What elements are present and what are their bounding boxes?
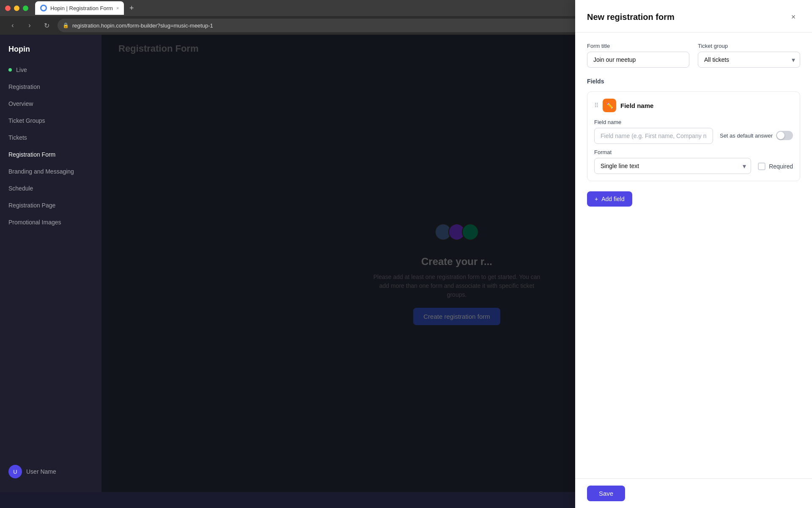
- required-label: Required: [769, 163, 793, 170]
- field-name-input[interactable]: [594, 128, 713, 144]
- sidebar-item-registration-form[interactable]: Registration Form: [0, 147, 102, 162]
- field-name-group: Field name: [594, 119, 713, 144]
- url-text: registration.hopin.com/form-builder?slug…: [72, 22, 213, 29]
- modal-body: Form title Ticket group All tickets VIP …: [575, 33, 812, 478]
- default-answer-toggle[interactable]: [776, 131, 793, 140]
- tab-bar: Hopin | Registration Form × +: [32, 0, 141, 16]
- traffic-lights: [5, 6, 28, 11]
- toggle-thumb: [777, 132, 785, 139]
- sidebar-item-schedule[interactable]: Schedule: [0, 181, 102, 196]
- close-icon: ×: [791, 13, 796, 22]
- sidebar-schedule-label: Schedule: [8, 185, 33, 192]
- form-title-label: Form title: [587, 43, 689, 49]
- toggle-label: Set as default answer: [720, 133, 773, 139]
- drag-handle-icon[interactable]: ⠿: [594, 102, 598, 109]
- modal-close-button[interactable]: ×: [787, 10, 800, 24]
- modal-panel: New registration form × Form title Ticke…: [575, 0, 812, 508]
- svg-point-0: [41, 6, 46, 10]
- sidebar-registration-label: Registration: [8, 83, 40, 90]
- forward-button[interactable]: ›: [24, 19, 36, 31]
- sidebar-reg-form-label: Registration Form: [8, 151, 55, 158]
- main-area: Hopin Live Registration Overview Ticket …: [0, 35, 812, 492]
- add-field-label: Add field: [601, 196, 624, 202]
- sidebar-item-ticket-groups[interactable]: Ticket Groups: [0, 113, 102, 128]
- active-tab[interactable]: Hopin | Registration Form ×: [35, 1, 124, 15]
- sidebar-live-label: Live: [16, 66, 27, 73]
- modal-title: New registration form: [587, 12, 675, 22]
- save-button[interactable]: Save: [587, 486, 625, 501]
- ticket-group-label: Ticket group: [698, 43, 800, 49]
- sidebar-item-branding[interactable]: Branding and Messaging: [0, 164, 102, 179]
- new-tab-button[interactable]: +: [126, 2, 137, 14]
- format-label: Format: [594, 149, 751, 155]
- form-title-input[interactable]: [587, 52, 689, 68]
- sidebar-ticket-groups-label: Ticket Groups: [8, 117, 45, 124]
- back-button[interactable]: ‹: [7, 19, 19, 31]
- maximize-window-button[interactable]: [23, 6, 28, 11]
- form-title-group: Form title: [587, 43, 689, 68]
- format-row: Format Single line text Multi-line text …: [594, 149, 793, 174]
- format-group: Format Single line text Multi-line text …: [594, 149, 751, 174]
- tab-close-button[interactable]: ×: [116, 6, 119, 11]
- refresh-button[interactable]: ↻: [41, 19, 52, 31]
- form-top-row: Form title Ticket group All tickets VIP …: [587, 43, 800, 68]
- format-select[interactable]: Single line text Multi-line text Number …: [594, 158, 751, 174]
- ticket-group-select[interactable]: All tickets VIP General Admission Studen…: [698, 52, 800, 68]
- sidebar: Hopin Live Registration Overview Ticket …: [0, 35, 102, 492]
- required-group: Required: [758, 153, 793, 170]
- minimize-window-button[interactable]: [14, 6, 19, 11]
- modal-footer: Save: [575, 478, 812, 508]
- plus-icon: +: [595, 196, 598, 202]
- field-toggle-group: Set as default answer: [720, 121, 793, 140]
- user-name: User Name: [26, 468, 56, 475]
- ticket-group-select-wrapper: All tickets VIP General Admission Studen…: [698, 52, 800, 68]
- sidebar-item-tickets[interactable]: Tickets: [0, 130, 102, 145]
- ticket-group-form-group: Ticket group All tickets VIP General Adm…: [698, 43, 800, 68]
- tab-favicon: [40, 5, 47, 11]
- sidebar-item-overview[interactable]: Overview: [0, 96, 102, 111]
- sidebar-logo: Hopin: [0, 41, 102, 61]
- lock-icon: 🔒: [63, 22, 69, 28]
- sidebar-item-live: Live: [0, 62, 102, 77]
- sidebar-reg-page-label: Registration Page: [8, 202, 55, 209]
- field-name-row: Field name Set as default answer: [594, 119, 793, 144]
- sidebar-promo-label: Promotional Images: [8, 219, 61, 226]
- sidebar-item-registration[interactable]: Registration: [0, 79, 102, 94]
- required-checkbox[interactable]: [758, 163, 765, 170]
- field-card: ⠿ ✏️ Field name Field name Set as defaul…: [587, 91, 800, 181]
- live-dot-icon: [8, 68, 12, 72]
- modal-header: New registration form ×: [575, 0, 812, 33]
- field-type-icon: ✏️: [603, 99, 616, 112]
- sidebar-branding-label: Branding and Messaging: [8, 168, 74, 175]
- format-select-wrapper: Single line text Multi-line text Number …: [594, 158, 751, 174]
- user-avatar: U: [8, 465, 22, 478]
- sidebar-tickets-label: Tickets: [8, 134, 27, 141]
- pencil-icon: ✏️: [606, 102, 613, 109]
- tab-title: Hopin | Registration Form: [50, 5, 113, 11]
- field-card-title: Field name: [620, 102, 653, 109]
- sidebar-overview-label: Overview: [8, 100, 33, 107]
- sidebar-item-reg-page[interactable]: Registration Page: [0, 198, 102, 213]
- close-window-button[interactable]: [5, 6, 11, 11]
- field-card-header: ⠿ ✏️ Field name: [594, 99, 793, 112]
- fields-label: Fields: [587, 78, 800, 85]
- field-name-label: Field name: [594, 119, 713, 125]
- sidebar-item-promo-images[interactable]: Promotional Images: [0, 215, 102, 230]
- add-field-button[interactable]: + Add field: [587, 191, 632, 207]
